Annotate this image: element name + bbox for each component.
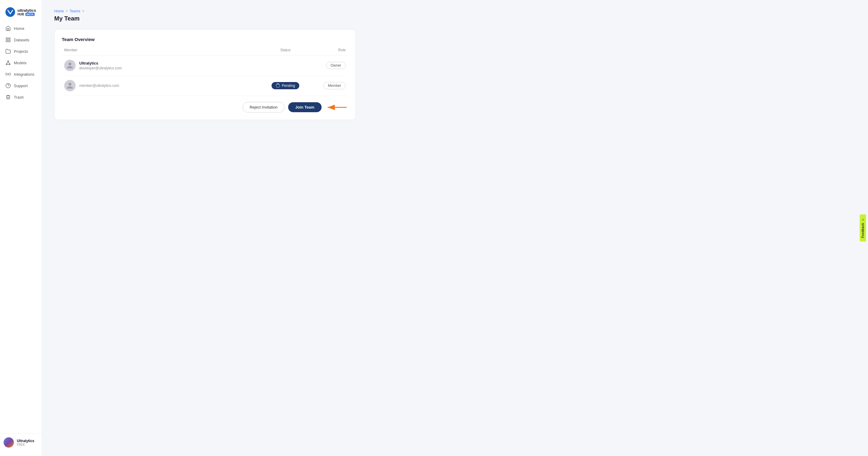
sidebar-label-integrations: Integrations xyxy=(14,72,34,77)
status-text-pending: Pending xyxy=(282,84,295,88)
svg-rect-3 xyxy=(6,40,7,42)
arrow-icon xyxy=(324,103,348,112)
member-email-owner: developer@ultralytics.com xyxy=(79,66,122,70)
logo-text: ultralytics HUB BETA xyxy=(18,8,36,16)
logo-icon xyxy=(5,7,15,17)
col-status: Status xyxy=(261,48,310,52)
member-info-pending: member@ultralytics.com xyxy=(64,80,261,91)
team-overview-card: Team Overview Member Status Role Ultraly… xyxy=(54,29,355,120)
avatar-icon-owner xyxy=(66,62,73,69)
sidebar-label-support: Support xyxy=(14,84,28,88)
support-icon xyxy=(5,83,11,88)
avatar-icon-pending xyxy=(66,82,73,89)
home-icon xyxy=(5,26,11,31)
member-details-pending: member@ultralytics.com xyxy=(79,84,119,88)
sidebar: ultralytics HUB BETA Home Datasets xyxy=(0,0,42,456)
svg-line-9 xyxy=(8,61,10,64)
action-row: Reject Invitation Join Team xyxy=(62,102,348,113)
svg-rect-4 xyxy=(9,40,10,42)
sidebar-label-models: Models xyxy=(14,61,27,65)
table-row: Ultralytics developer@ultralytics.com Ow… xyxy=(62,56,348,76)
sidebar-label-projects: Projects xyxy=(14,49,28,54)
member-name-owner: Ultralytics xyxy=(79,61,122,65)
sidebar-item-projects[interactable]: Projects xyxy=(2,46,39,57)
main-content: Home > Teams > My Team Team Overview Mem… xyxy=(42,0,868,456)
beta-badge: BETA xyxy=(25,13,35,16)
avatar xyxy=(4,437,14,448)
table-header: Member Status Role xyxy=(62,48,348,56)
datasets-icon xyxy=(5,37,11,42)
breadcrumb: Home > Teams > xyxy=(54,9,856,13)
sidebar-item-trash[interactable]: Trash xyxy=(2,92,39,103)
avatar-pending xyxy=(64,80,76,91)
logo: ultralytics HUB BETA xyxy=(0,5,42,23)
svg-rect-2 xyxy=(9,38,10,39)
reject-invitation-button[interactable]: Reject Invitation xyxy=(243,102,284,113)
svg-point-5 xyxy=(8,61,9,61)
logo-name: ultralytics xyxy=(18,8,36,13)
member-info-owner: Ultralytics developer@ultralytics.com xyxy=(64,60,261,71)
status-badge-pending: Pending xyxy=(272,82,299,89)
user-plan: FREE xyxy=(17,443,34,446)
join-team-button[interactable]: Join Team xyxy=(288,102,321,112)
col-role: Role xyxy=(310,48,346,52)
feedback-label: Feedback xyxy=(861,223,865,238)
sidebar-item-datasets[interactable]: Datasets xyxy=(2,34,39,45)
sidebar-item-models[interactable]: Models xyxy=(2,57,39,68)
projects-icon xyxy=(5,49,11,54)
breadcrumb-teams[interactable]: Teams xyxy=(70,9,80,13)
team-card-title: Team Overview xyxy=(62,37,348,42)
sidebar-label-home: Home xyxy=(14,26,24,31)
models-icon xyxy=(5,60,11,65)
user-info: Ultralytics FREE xyxy=(17,439,34,446)
pending-spinner xyxy=(276,84,280,88)
role-cell-pending: Member xyxy=(310,82,346,89)
trash-icon xyxy=(5,94,11,100)
sidebar-item-support[interactable]: Support xyxy=(2,80,39,91)
user-name: Ultralytics xyxy=(17,439,34,443)
role-badge-owner: Owner xyxy=(326,62,346,69)
member-details-owner: Ultralytics developer@ultralytics.com xyxy=(79,61,122,70)
sidebar-label-trash: Trash xyxy=(14,95,24,99)
nav-menu: Home Datasets Projects xyxy=(0,23,42,433)
avatar-owner xyxy=(64,60,76,71)
role-cell-owner: Owner xyxy=(310,62,346,69)
breadcrumb-sep-2: > xyxy=(82,9,84,13)
feedback-icon: ☺ xyxy=(861,218,865,221)
breadcrumb-sep-1: > xyxy=(66,9,68,13)
member-email-pending: member@ultralytics.com xyxy=(79,84,119,88)
role-badge-pending: Member xyxy=(323,82,346,89)
arrow-annotation xyxy=(324,103,348,112)
sidebar-item-integrations[interactable]: Integrations xyxy=(2,69,39,80)
breadcrumb-home[interactable]: Home xyxy=(54,9,64,13)
user-profile[interactable]: Ultralytics FREE xyxy=(0,433,42,451)
status-cell-pending: Pending xyxy=(261,82,310,89)
svg-point-11 xyxy=(7,74,9,75)
table-row: member@ultralytics.com Pending Member xyxy=(62,76,348,96)
sidebar-item-home[interactable]: Home xyxy=(2,23,39,34)
integrations-icon xyxy=(5,72,11,77)
feedback-tab[interactable]: Feedback ☺ xyxy=(860,215,866,241)
sidebar-label-datasets: Datasets xyxy=(14,38,29,42)
col-member: Member xyxy=(64,48,261,52)
svg-point-0 xyxy=(5,7,15,17)
svg-rect-1 xyxy=(6,38,7,39)
logo-hub: HUB BETA xyxy=(18,13,36,16)
svg-line-8 xyxy=(7,61,8,64)
page-title: My Team xyxy=(54,15,856,22)
